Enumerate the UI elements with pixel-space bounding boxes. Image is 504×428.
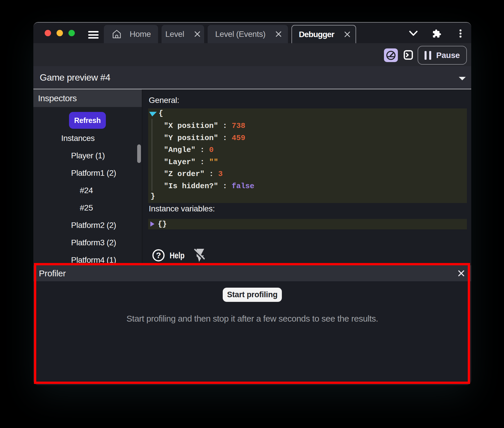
refresh-button[interactable]: Refresh: [69, 112, 106, 129]
json-entry: "Is hidden?" : false: [164, 182, 254, 191]
tab-home[interactable]: Home: [104, 25, 158, 43]
zoom-window-button[interactable]: [68, 30, 75, 36]
caret-down-icon: [458, 77, 466, 81]
tab-level[interactable]: Level: [162, 25, 204, 43]
inspector-detail-panel: General: {"X position" : 738"Y position"…: [142, 89, 471, 265]
tree-item-platform1-2[interactable]: Platform1 (2): [33, 164, 142, 182]
tab-label: Level (Events): [215, 30, 265, 39]
inspectors-title: Inspectors: [38, 93, 77, 103]
instance-variables-json-view: {}: [148, 219, 467, 229]
inspector-tree: InstancesPlayer (1)Platform1 (2)#24#25Pl…: [33, 130, 142, 265]
json-key: "Is hidden?": [164, 182, 218, 191]
tree-item-platform2-2[interactable]: Platform2 (2): [33, 217, 142, 234]
general-label: General:: [149, 96, 179, 105]
tab-label: Level: [165, 30, 184, 39]
app-window: HomeLevelLevel (Events)Debugger: [33, 22, 471, 385]
pause-icon: [425, 51, 431, 60]
extensions-puzzle-icon[interactable]: [432, 29, 441, 38]
gauge-icon: [386, 50, 396, 60]
json-key: "Layer": [164, 158, 195, 166]
help-row: ? Help: [152, 249, 205, 262]
close-window-button[interactable]: [45, 30, 51, 36]
close-icon[interactable]: [275, 31, 282, 37]
expand-triangle-icon[interactable]: [150, 221, 155, 227]
tree-item-platform4-1[interactable]: Platform4 (1): [33, 251, 142, 265]
sidebar-scrollbar-thumb[interactable]: [137, 144, 141, 163]
json-entry: "Layer" : "": [164, 158, 218, 166]
pause-label: Pause: [436, 51, 460, 60]
profiler-panel: Profiler Start profiling Start profiling…: [33, 265, 471, 385]
general-json-view: {"X position" : 738"Y position" : 459"An…: [148, 108, 467, 203]
json-entry: "Angle" : 0: [164, 146, 214, 154]
json-guide-line: [152, 119, 152, 191]
tree-item-instances[interactable]: Instances: [33, 130, 142, 147]
minimize-window-button[interactable]: [57, 30, 63, 36]
profiler-description: Start profiling and then stop it after a…: [33, 314, 471, 324]
tab-label: Debugger: [299, 30, 334, 39]
tree-item-platform3-2[interactable]: Platform3 (2): [33, 234, 142, 251]
game-preview-accordion[interactable]: Game preview #4: [33, 66, 471, 89]
console-icon: [404, 50, 413, 60]
debugger-content: Inspectors Refresh InstancesPlayer (1)Pl…: [33, 89, 471, 265]
tree-item-24[interactable]: #24: [33, 182, 142, 199]
profiler-header: Profiler: [33, 265, 471, 281]
json-value: 459: [232, 134, 245, 142]
menu-hamburger-icon[interactable]: [88, 31, 99, 39]
json-key: "X position": [164, 121, 218, 130]
close-icon[interactable]: [194, 31, 200, 37]
tab-bar: HomeLevelLevel (Events)Debugger: [33, 23, 471, 43]
json-value: "": [209, 158, 218, 166]
traffic-lights: [45, 30, 75, 36]
console-button[interactable]: [404, 50, 413, 60]
json-key: "Y position": [164, 134, 218, 142]
json-value: 738: [232, 121, 245, 130]
tab-label: Home: [130, 30, 151, 39]
inspectors-header: Inspectors: [33, 89, 142, 107]
profiler-title: Profiler: [39, 269, 66, 278]
tab-debugger[interactable]: Debugger: [291, 25, 356, 43]
json-value: false: [232, 182, 254, 191]
game-preview-title: Game preview #4: [40, 72, 110, 83]
pause-button[interactable]: Pause: [418, 46, 467, 65]
json-open-brace: {: [159, 109, 163, 118]
json-value: 0: [209, 146, 214, 154]
json-value: 3: [218, 170, 223, 178]
json-key: "Z order": [164, 170, 204, 178]
tab-strip: HomeLevelLevel (Events)Debugger: [104, 25, 356, 43]
json-entry: "Y position" : 459: [164, 134, 245, 142]
instance-variables-value: {}: [158, 218, 167, 230]
debugger-toolbar: Pause: [33, 43, 471, 66]
profiler-toggle-button[interactable]: [384, 48, 398, 62]
json-entry: "X position" : 738: [164, 121, 245, 130]
home-icon: [112, 29, 122, 39]
instance-variables-label: Instance variables:: [149, 204, 215, 213]
chevron-down-icon[interactable]: [409, 31, 418, 36]
collapse-triangle-icon[interactable]: [149, 112, 157, 117]
unpin-icon[interactable]: [194, 249, 205, 262]
profiler-close-icon[interactable]: [458, 270, 464, 276]
help-icon[interactable]: ?: [152, 249, 165, 262]
tree-item-player-1[interactable]: Player (1): [33, 147, 142, 164]
inspectors-sidebar: Inspectors Refresh InstancesPlayer (1)Pl…: [33, 89, 142, 265]
json-entry: "Z order" : 3: [164, 170, 223, 178]
json-close-brace: }: [151, 192, 155, 201]
start-profiling-button[interactable]: Start profiling: [223, 288, 282, 302]
tree-item-25[interactable]: #25: [33, 199, 142, 217]
close-icon[interactable]: [344, 31, 350, 37]
json-key: "Angle": [164, 146, 195, 154]
tab-level-events-[interactable]: Level (Events): [208, 25, 288, 43]
help-label[interactable]: Help: [170, 251, 184, 260]
kebab-menu-icon[interactable]: [458, 29, 463, 39]
svg-text:?: ?: [156, 251, 161, 260]
